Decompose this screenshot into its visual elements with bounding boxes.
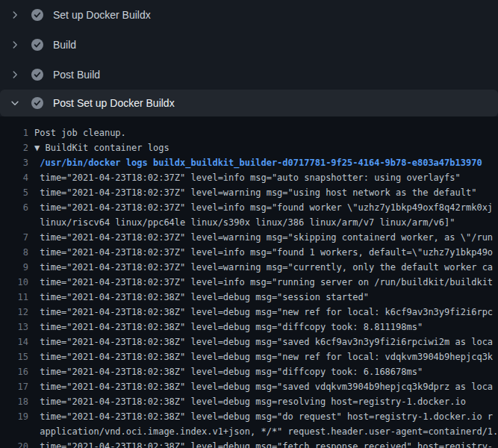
step-label: Post Build <box>53 69 100 81</box>
log-text: application/vnd.oci.image.index.v1+json,… <box>34 424 498 439</box>
log-line: 14 time="2021-04-23T18:02:38Z" level=deb… <box>0 335 498 349</box>
line-number[interactable]: 20 <box>0 439 28 448</box>
log-line: 20 time="2021-04-23T18:02:38Z" level=deb… <box>0 439 498 448</box>
log-text: time="2021-04-23T18:02:38Z" level=debug … <box>34 320 423 335</box>
step-label: Post Set up Docker Buildx <box>53 97 175 109</box>
log-text: time="2021-04-23T18:02:37Z" level=warnin… <box>34 185 476 200</box>
log-text: time="2021-04-23T18:02:38Z" level=debug … <box>34 364 423 379</box>
check-circle-icon <box>31 97 43 109</box>
log-text: time="2021-04-23T18:02:37Z" level=info m… <box>34 200 493 215</box>
log-line: 12 time="2021-04-23T18:02:38Z" level=deb… <box>0 305 498 320</box>
log-line: 1Post job cleanup. <box>0 125 498 140</box>
log-line: 5 time="2021-04-23T18:02:37Z" level=warn… <box>0 185 498 200</box>
log-text: time="2021-04-23T18:02:38Z" level=debug … <box>34 409 493 424</box>
chevron-right-icon <box>9 9 21 21</box>
line-number[interactable]: 17 <box>0 379 28 394</box>
log-text: time="2021-04-23T18:02:38Z" level=debug … <box>34 290 369 305</box>
log-text: time="2021-04-23T18:02:38Z" level=debug … <box>34 379 493 394</box>
log-line: application/vnd.oci.image.index.v1+json,… <box>0 424 498 439</box>
log-text: time="2021-04-23T18:02:38Z" level=debug … <box>34 335 493 349</box>
log-text: Post job cleanup. <box>34 125 126 140</box>
log-command-text: /usr/bin/docker logs buildx_buildkit_bui… <box>34 155 482 170</box>
log-text: time="2021-04-23T18:02:37Z" level=info m… <box>34 170 461 185</box>
log-text: time="2021-04-23T18:02:37Z" level=warnin… <box>34 230 493 245</box>
log-viewer: 1Post job cleanup.2▼ BuildKit container … <box>0 116 498 448</box>
step-label: Set up Docker Buildx <box>53 9 151 21</box>
line-number[interactable]: 4 <box>0 170 28 185</box>
line-number[interactable]: 5 <box>0 185 28 200</box>
log-line: 11 time="2021-04-23T18:02:38Z" level=deb… <box>0 290 498 305</box>
log-line: 10 time="2021-04-23T18:02:37Z" level=inf… <box>0 275 498 290</box>
log-text: time="2021-04-23T18:02:38Z" level=debug … <box>34 305 493 320</box>
log-text: linux/riscv64 linux/ppc64le linux/s390x … <box>34 215 455 230</box>
check-circle-icon <box>31 9 43 21</box>
line-number[interactable]: 7 <box>0 230 28 245</box>
log-text: time="2021-04-23T18:02:37Z" level=info m… <box>34 245 493 260</box>
log-line: 15 time="2021-04-23T18:02:38Z" level=deb… <box>0 349 498 364</box>
line-number[interactable]: 1 <box>0 125 28 140</box>
log-line: 6 time="2021-04-23T18:02:37Z" level=info… <box>0 200 498 215</box>
line-number[interactable]: 9 <box>0 260 28 275</box>
line-number[interactable]: 8 <box>0 245 28 260</box>
log-viewer-lines: 1Post job cleanup.2▼ BuildKit container … <box>0 125 498 448</box>
check-circle-icon <box>31 69 43 81</box>
log-line: 2▼ BuildKit container logs <box>0 140 498 155</box>
check-circle-icon <box>31 39 43 51</box>
log-line: 4 time="2021-04-23T18:02:37Z" level=info… <box>0 170 498 185</box>
line-number[interactable]: 11 <box>0 290 28 305</box>
log-text: time="2021-04-23T18:02:37Z" level=warnin… <box>34 260 493 275</box>
chevron-right-icon <box>9 39 21 51</box>
line-number[interactable]: 12 <box>0 305 28 320</box>
step-row-post-build[interactable]: Post Build <box>0 60 498 90</box>
steps-list: Set up Docker Buildx Build Post Build Po… <box>0 0 498 116</box>
chevron-down-icon <box>9 97 21 109</box>
log-text: time="2021-04-23T18:02:38Z" level=debug … <box>34 349 493 364</box>
line-number[interactable]: 3 <box>0 155 28 170</box>
log-line: 16 time="2021-04-23T18:02:38Z" level=deb… <box>0 364 498 379</box>
chevron-right-icon <box>9 69 21 81</box>
line-number[interactable]: 18 <box>0 394 28 409</box>
step-row-build[interactable]: Build <box>0 30 498 60</box>
step-row-set-up-docker-buildx[interactable]: Set up Docker Buildx <box>0 0 498 30</box>
log-line: 8 time="2021-04-23T18:02:37Z" level=info… <box>0 245 498 260</box>
log-line: 18 time="2021-04-23T18:02:38Z" level=deb… <box>0 394 498 409</box>
step-row-post-set-up-docker-buildx[interactable]: Post Set up Docker Buildx <box>0 90 498 116</box>
line-number <box>0 215 28 230</box>
line-number[interactable]: 19 <box>0 409 28 424</box>
line-number[interactable]: 2 <box>0 140 28 155</box>
log-line: 9 time="2021-04-23T18:02:37Z" level=warn… <box>0 260 498 275</box>
log-line: linux/riscv64 linux/ppc64le linux/s390x … <box>0 215 498 230</box>
log-group-label[interactable]: BuildKit container logs <box>40 143 169 153</box>
log-text: time="2021-04-23T18:02:38Z" level=debug … <box>34 439 493 448</box>
log-line: 19 time="2021-04-23T18:02:38Z" level=deb… <box>0 409 498 424</box>
log-text: time="2021-04-23T18:02:37Z" level=info m… <box>34 275 493 290</box>
line-number[interactable]: 6 <box>0 200 28 215</box>
log-line: 17 time="2021-04-23T18:02:38Z" level=deb… <box>0 379 498 394</box>
log-line: 3 /usr/bin/docker logs buildx_buildkit_b… <box>0 155 498 170</box>
line-number[interactable]: 16 <box>0 364 28 379</box>
line-number[interactable]: 13 <box>0 320 28 335</box>
line-number[interactable]: 10 <box>0 275 28 290</box>
log-line: 13 time="2021-04-23T18:02:38Z" level=deb… <box>0 320 498 335</box>
line-number <box>0 424 28 439</box>
step-label: Build <box>53 39 76 51</box>
log-text: time="2021-04-23T18:02:38Z" level=debug … <box>34 394 466 409</box>
line-number[interactable]: 15 <box>0 349 28 364</box>
log-group-row[interactable]: ▼ BuildKit container logs <box>34 140 169 155</box>
log-line: 7 time="2021-04-23T18:02:37Z" level=warn… <box>0 230 498 245</box>
line-number[interactable]: 14 <box>0 335 28 349</box>
